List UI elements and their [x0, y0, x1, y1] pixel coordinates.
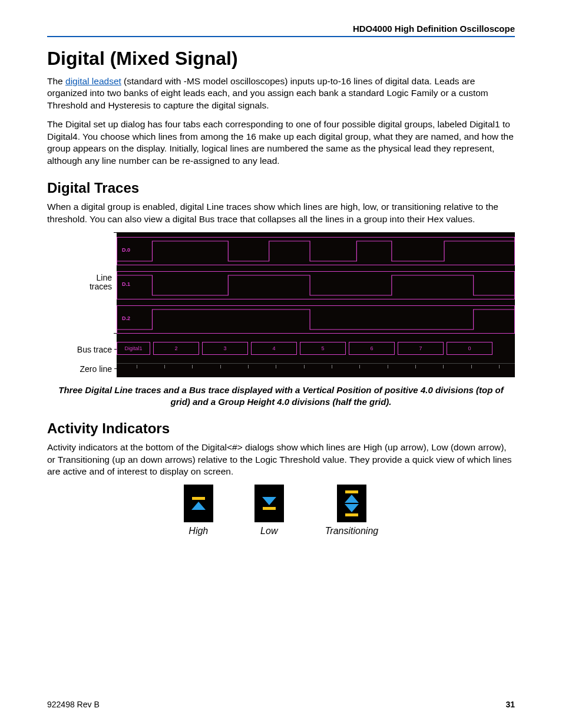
section-activity-indicators: Activity Indicators [47, 420, 515, 437]
activity-indicator-row: High Low Transitioning [47, 485, 515, 536]
label-bus-trace: Bus trace [77, 345, 112, 354]
lane-label-d1: D.1 [122, 281, 130, 287]
trace-caption: Three Digital Line traces and a Bus trac… [53, 384, 509, 407]
high-indicator-icon [184, 485, 213, 522]
footer-page: 31 [505, 700, 515, 709]
bus-val-6: 0 [447, 342, 492, 355]
label-line-traces: Line traces [90, 274, 112, 292]
page-title: Digital (Mixed Signal) [47, 48, 515, 70]
digital-traces-para: When a digital group is enabled, digital… [47, 201, 515, 225]
bus-val-1: 3 [202, 342, 248, 355]
transitioning-indicator-icon [337, 485, 366, 522]
low-label: Low [260, 526, 277, 536]
bus-val-3: 5 [300, 342, 346, 355]
bus-val-2: 4 [251, 342, 297, 355]
activity-para: Activity indicators at the bottom of the… [47, 442, 515, 477]
header-product: HDO4000 High Definition Oscilloscope [47, 24, 515, 37]
transitioning-label: Transitioning [325, 526, 378, 536]
high-label: High [189, 526, 208, 536]
label-zero-line: Zero line [80, 365, 112, 374]
digital-leadset-link[interactable]: digital leadset [65, 76, 121, 86]
bus-label: Digital1 [117, 342, 150, 355]
trace-diagram: Line traces Bus trace Zero line D.0 D.1 [47, 232, 515, 377]
intro-para-1: The digital leadset (standard with -MS m… [47, 75, 515, 111]
bus-val-5: 7 [398, 342, 444, 355]
lane-label-d0: D.0 [122, 247, 130, 253]
footer-rev: 922498 Rev B [47, 700, 100, 709]
bus-val-0: 2 [153, 342, 199, 355]
bus-val-4: 6 [349, 342, 395, 355]
intro-para-2: The Digital set up dialog has four tabs … [47, 118, 515, 167]
lane-label-d2: D.2 [122, 315, 130, 321]
intro-pre: The [47, 76, 65, 86]
low-indicator-icon [254, 485, 284, 522]
section-digital-traces: Digital Traces [47, 180, 515, 196]
